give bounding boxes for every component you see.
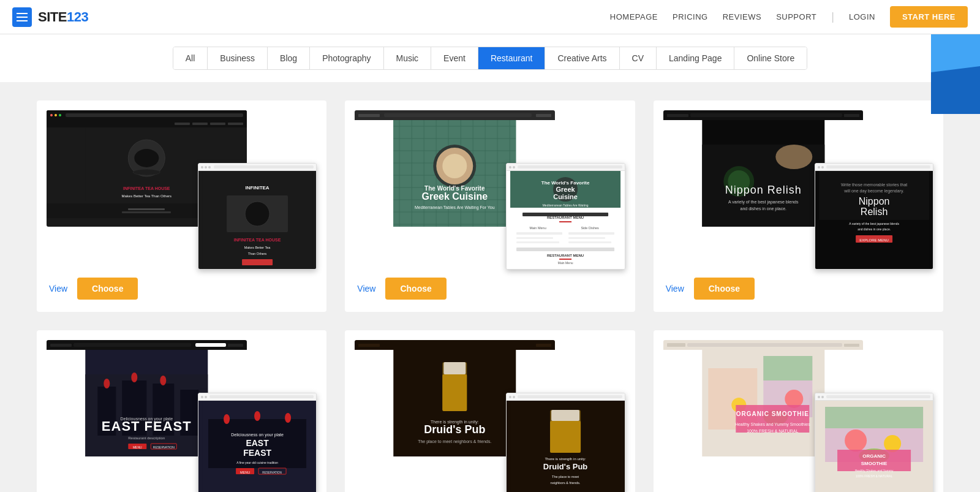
header: SITE123 HOMEPAGE PRICING REVIEWS SUPPORT… (0, 0, 980, 34)
tab-blog[interactable]: Blog (268, 47, 310, 69)
template-preview-smoothie: ORGANIC SMOOTHIE Healthy Shakes and Yumm… (663, 340, 933, 475)
svg-text:The place to meet: The place to meet (552, 475, 579, 479)
tab-online-store[interactable]: Online Store (734, 47, 807, 69)
svg-rect-106 (552, 410, 580, 421)
svg-text:Makes Better Tea Than Others: Makes Better Tea Than Others (122, 194, 172, 198)
template-preview-nippon: Nippon Relish A variety of the best japa… (663, 110, 933, 245)
choose-button-infinitea[interactable]: Choose (77, 278, 138, 300)
nav-homepage[interactable]: HOMEPAGE (610, 12, 658, 21)
view-button-greek[interactable]: View (357, 284, 375, 293)
choose-button-greek[interactable]: Choose (385, 278, 446, 300)
svg-point-87 (254, 411, 260, 421)
svg-point-4 (134, 149, 159, 167)
svg-text:Druid's Pub: Druid's Pub (424, 423, 485, 436)
svg-text:Deliciousness on your plate: Deliciousness on your plate (231, 433, 284, 437)
svg-point-24 (443, 154, 467, 178)
tab-restaurant[interactable]: Restaurant (478, 47, 545, 69)
tab-cv[interactable]: CV (620, 47, 657, 69)
svg-text:Main Menu: Main Menu (558, 261, 573, 265)
svg-rect-48 (560, 259, 572, 260)
svg-rect-125 (825, 407, 923, 428)
svg-rect-99 (444, 362, 466, 374)
tab-event[interactable]: Event (431, 47, 478, 69)
svg-text:MENU: MENU (240, 471, 250, 474)
svg-rect-100 (443, 374, 467, 411)
header-nav: HOMEPAGE PRICING REVIEWS SUPPORT | LOGIN… (610, 6, 968, 28)
svg-text:Greek Cuisine: Greek Cuisine (422, 191, 488, 202)
secondary-screenshot-nippon: Write those memorable stories that will … (815, 163, 933, 270)
choose-button-nippon[interactable]: Choose (694, 278, 755, 300)
svg-rect-43 (569, 237, 606, 239)
nav-support[interactable]: SUPPORT (776, 12, 816, 21)
svg-rect-107 (551, 421, 581, 453)
template-card-druids: There is strength in unity: Druid's Pub … (345, 330, 635, 492)
svg-rect-40 (517, 232, 563, 235)
svg-text:and dishes in one place.: and dishes in one place. (858, 227, 891, 231)
logo-suffix: 123 (67, 9, 88, 25)
secondary-screenshot: INFINITEA INFINITEA TEA HOUSE Makes Bett… (198, 163, 317, 270)
secondary-screenshot-druids: There is strength in unity: Druid's Pub … (506, 393, 625, 492)
nav-pricing[interactable]: PRICING (673, 12, 708, 21)
tab-creative-arts[interactable]: Creative Arts (545, 47, 619, 69)
hamburger-menu[interactable] (12, 7, 32, 27)
nav-divider: | (831, 10, 834, 23)
svg-point-127 (884, 435, 901, 452)
svg-text:EAST FEAST: EAST FEAST (102, 418, 192, 434)
category-tabs: All Business Blog Photography Music Even… (173, 47, 808, 70)
template-actions-greek: View Choose (355, 273, 625, 305)
logo: SITE123 (38, 9, 88, 25)
template-card-greek: The World's Favorite Greek Cuisine Medit… (345, 100, 635, 312)
svg-text:A fine year old cuisine tradit: A fine year old cuisine tradition (236, 461, 278, 464)
svg-text:RESTAURANT MENU: RESTAURANT MENU (547, 254, 584, 257)
template-preview-infinitea: INFINITEA TEA HOUSE Makes Better Tea Tha… (47, 110, 317, 245)
svg-text:INFINITEA TEA HOUSE: INFINITEA TEA HOUSE (123, 186, 170, 191)
tab-business[interactable]: Business (208, 47, 268, 69)
view-button-infinitea[interactable]: View (49, 284, 67, 293)
svg-text:Than Others: Than Others (248, 252, 267, 255)
svg-point-88 (285, 413, 291, 423)
logo-prefix: SITE (38, 9, 67, 25)
svg-text:MENU: MENU (133, 445, 142, 449)
svg-point-6 (133, 169, 160, 175)
svg-text:EAST: EAST (246, 438, 270, 448)
svg-text:100% FRESH & NATURAL: 100% FRESH & NATURAL (747, 429, 798, 433)
svg-point-52 (775, 145, 812, 169)
svg-text:Greek: Greek (556, 186, 576, 193)
svg-text:ORGANIC: ORGANIC (862, 453, 886, 459)
view-button-nippon[interactable]: View (666, 284, 684, 293)
tab-all[interactable]: All (173, 47, 208, 69)
svg-text:The World's Favorite: The World's Favorite (541, 180, 590, 186)
tab-music[interactable]: Music (384, 47, 432, 69)
svg-text:SMOOTHIE: SMOOTHIE (861, 461, 888, 466)
svg-text:Nippon: Nippon (859, 196, 890, 206)
templates-main: INFINITEA TEA HOUSE Makes Better Tea Tha… (0, 82, 980, 492)
secondary-screenshot-smoothie: ORGANIC SMOOTHIE Healthy Shakes and Yumm… (815, 393, 933, 492)
svg-text:Side Dishes: Side Dishes (581, 226, 600, 230)
svg-text:Nippon Relish: Nippon Relish (725, 184, 801, 196)
svg-text:Mediterranean Tables Are Waiti: Mediterranean Tables Are Waiting (543, 203, 589, 207)
template-card-nippon: Nippon Relish A variety of the best japa… (654, 100, 943, 312)
svg-text:Mediterranean Tables Are Waiti: Mediterranean Tables Are Waiting For You (415, 205, 495, 210)
svg-text:INFINITEA: INFINITEA (246, 185, 270, 191)
svg-text:FEAST: FEAST (243, 448, 271, 458)
tab-photography[interactable]: Photography (310, 47, 383, 69)
svg-text:RESERVATION: RESERVATION (153, 445, 175, 449)
svg-rect-46 (517, 248, 615, 251)
svg-text:RESTAURANT MENU: RESTAURANT MENU (547, 216, 584, 219)
svg-text:ORGANIC SMOOTHIE: ORGANIC SMOOTHIE (736, 411, 809, 417)
start-here-button[interactable]: START HERE (890, 6, 968, 28)
svg-rect-42 (517, 237, 554, 239)
tab-landing-page[interactable]: Landing Page (657, 47, 734, 69)
svg-rect-16 (242, 259, 273, 265)
nav-login[interactable]: LOGIN (849, 12, 875, 21)
template-preview-druids: There is strength in unity: Druid's Pub … (355, 340, 625, 475)
svg-text:There is strength in unity:: There is strength in unity: (545, 457, 587, 461)
svg-text:and dishes in one place.: and dishes in one place. (740, 206, 786, 211)
svg-text:Write those memorable stories : Write those memorable stories that (841, 183, 907, 187)
svg-text:Relish: Relish (861, 206, 888, 217)
nav-reviews[interactable]: REVIEWS (723, 12, 761, 21)
svg-point-86 (224, 414, 230, 424)
secondary-screenshot-greek: The World's Favorite Greek Cuisine Medit… (506, 163, 625, 270)
templates-grid: INFINITEA TEA HOUSE Makes Better Tea Tha… (37, 100, 943, 492)
template-actions-nippon: View Choose (663, 273, 933, 305)
